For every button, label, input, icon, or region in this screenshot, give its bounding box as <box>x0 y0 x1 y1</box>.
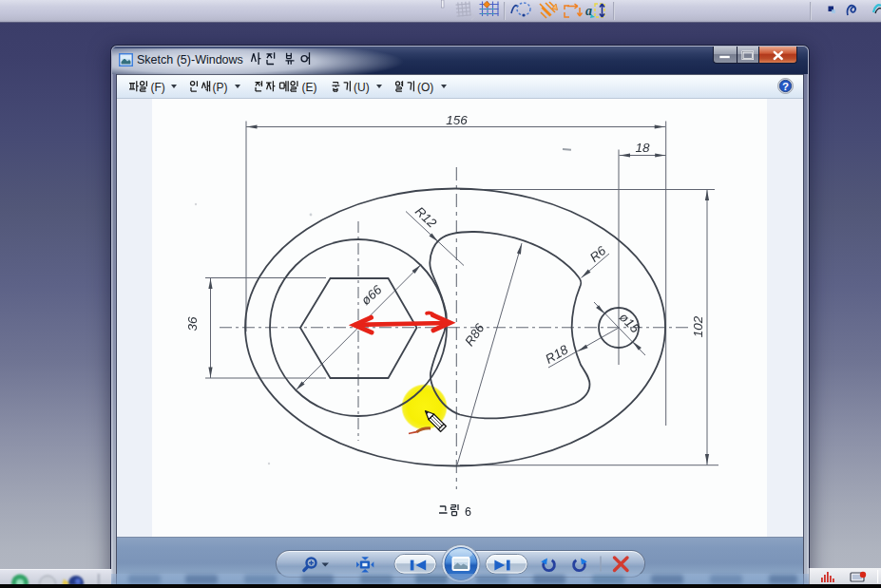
svg-text:6: 6 <box>465 505 471 519</box>
svg-text:102: 102 <box>691 315 705 337</box>
svg-text:(U): (U) <box>354 81 370 94</box>
svg-text:R6: R6 <box>587 243 609 265</box>
svg-text:(E): (E) <box>302 81 317 94</box>
svg-text:(F): (F) <box>151 81 165 94</box>
svg-text:(P): (P) <box>213 81 228 94</box>
svg-text:?: ? <box>782 80 789 91</box>
svg-text:ø66: ø66 <box>358 282 385 308</box>
svg-text:Sketch (5)-Windows: Sketch (5)-Windows <box>137 53 243 66</box>
svg-text:156: 156 <box>446 113 468 127</box>
svg-text:R86: R86 <box>462 321 488 349</box>
svg-text:(O): (O) <box>417 81 433 94</box>
svg-text:36: 36 <box>185 316 200 332</box>
svg-text:18: 18 <box>635 141 650 155</box>
svg-text:R12: R12 <box>412 204 440 231</box>
